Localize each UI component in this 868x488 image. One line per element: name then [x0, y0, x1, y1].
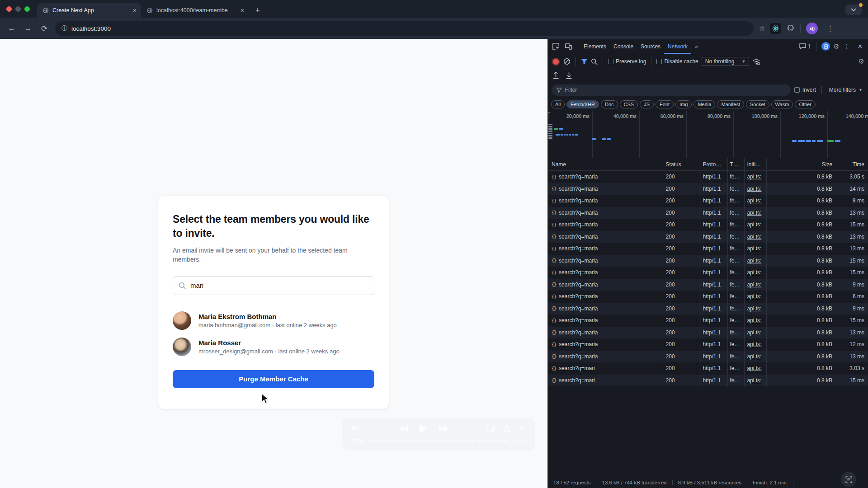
type-chip-img[interactable]: Img — [675, 100, 692, 108]
network-request-row[interactable]: {}search?q=maria200http/1.1fe…api.ts:0.8… — [548, 327, 868, 339]
column-header-proto[interactable]: Proto… — [699, 158, 728, 170]
type-chip-fetch-xhr[interactable]: Fetch/XHR — [566, 100, 599, 108]
devtools-sync-badge-icon[interactable] — [821, 42, 830, 51]
purge-member-cache-button[interactable]: Purge Member Cache — [173, 370, 374, 388]
search-network-icon[interactable] — [591, 58, 598, 65]
network-request-row[interactable]: {}search?q=maria200http/1.1fe…api.ts:0.8… — [548, 314, 868, 327]
browser-tab-inactive[interactable]: localhost:4000/team-membe × — [141, 3, 249, 18]
initiator-link[interactable]: api.ts: — [747, 186, 761, 192]
type-chip-all[interactable]: All — [551, 100, 565, 108]
network-settings-icon[interactable]: ⚙ — [859, 57, 864, 66]
column-header-time[interactable]: Time — [836, 158, 868, 170]
network-request-row[interactable]: {}search?q=mari200http/1.1fe…api.ts:0.8 … — [548, 362, 868, 375]
network-request-row[interactable]: {}search?q=maria200http/1.1fe…api.ts:0.8… — [548, 219, 868, 231]
initiator-link[interactable]: api.ts: — [747, 377, 761, 384]
network-request-row[interactable]: {}search?q=maria200http/1.1fe…api.ts:0.8… — [548, 243, 868, 255]
initiator-link[interactable]: api.ts: — [747, 317, 761, 324]
member-result[interactable]: Maria Ekstrom Bothman maria.bothman@gmai… — [173, 311, 374, 330]
preserve-log-checkbox[interactable] — [608, 59, 613, 64]
initiator-link[interactable]: api.ts: — [747, 305, 761, 312]
initiator-link[interactable]: api.ts: — [747, 341, 761, 347]
export-har-icon[interactable] — [552, 72, 559, 79]
devtools-menu-icon[interactable]: ⋮ — [840, 43, 853, 50]
network-request-row[interactable]: {}search?q=maria200http/1.1fe…api.ts:0.8… — [548, 303, 868, 315]
react-devtools-extension-icon[interactable] — [770, 23, 781, 34]
devtools-close-icon[interactable]: × — [854, 42, 866, 51]
type-chip-js[interactable]: JS — [640, 100, 654, 108]
network-request-row[interactable]: {}search?q=maria200http/1.1fe…api.ts:0.8… — [548, 195, 868, 207]
record-network-log-button[interactable] — [553, 59, 559, 65]
disable-cache-checkbox[interactable] — [656, 59, 662, 64]
more-filters-dropdown[interactable]: More filters ▼ — [827, 87, 864, 93]
profile-avatar[interactable]: s() — [806, 23, 818, 34]
import-har-icon[interactable] — [566, 72, 572, 79]
network-request-row[interactable]: {}search?q=mari200http/1.1fe…api.ts:0.8 … — [548, 375, 868, 387]
type-chip-manifest[interactable]: Manifest — [717, 100, 744, 108]
devtools-tab-elements[interactable]: Elements — [580, 39, 610, 54]
initiator-link[interactable]: api.ts: — [747, 174, 761, 180]
site-info-icon[interactable]: ⓘ — [61, 24, 67, 33]
network-conditions-icon[interactable] — [752, 58, 760, 65]
device-toolbar-icon[interactable] — [562, 41, 574, 52]
network-request-row[interactable]: {}search?q=maria200http/1.1fe…api.ts:0.8… — [548, 279, 868, 291]
network-request-row[interactable]: {}search?q=maria200http/1.1fe…api.ts:0.8… — [548, 255, 868, 267]
inspect-element-icon[interactable] — [550, 41, 561, 52]
initiator-link[interactable]: api.ts: — [747, 197, 761, 204]
zoom-window-button[interactable] — [24, 6, 30, 12]
invert-filter-checkbox[interactable] — [794, 87, 800, 93]
timeline-drag-handle[interactable] — [548, 112, 550, 119]
network-filter-input[interactable] — [565, 87, 786, 93]
tab-close-icon[interactable]: × — [241, 7, 244, 14]
initiator-link[interactable]: api.ts: — [747, 234, 761, 240]
network-request-row[interactable]: {}search?q=maria200http/1.1fe…api.ts:0.8… — [548, 183, 868, 195]
forward-button[interactable]: → — [23, 24, 33, 33]
initiator-link[interactable]: api.ts: — [747, 258, 761, 264]
more-tabs-icon[interactable]: » — [692, 43, 701, 50]
throttling-dropdown[interactable]: No throttling ▼ — [702, 57, 750, 66]
initiator-link[interactable]: api.ts: — [747, 365, 761, 371]
type-chip-doc[interactable]: Doc — [601, 100, 618, 108]
network-overview-timeline[interactable]: 20,000 ms40,000 ms60,000 ms80,000 ms100,… — [548, 111, 868, 158]
initiator-link[interactable]: api.ts: — [747, 353, 761, 360]
address-bar[interactable]: ⓘ localhost:3000 — [55, 21, 754, 36]
initiator-link[interactable]: api.ts: — [747, 221, 761, 228]
initiator-link[interactable]: api.ts: — [747, 210, 761, 216]
initiator-link[interactable]: api.ts: — [747, 245, 761, 252]
network-request-row[interactable]: {}search?q=maria200http/1.1fe…api.ts:0.8… — [548, 291, 868, 303]
devtools-settings-icon[interactable]: ⚙ — [833, 42, 839, 51]
new-tab-button[interactable]: + — [251, 4, 264, 17]
filter-toggle-icon[interactable] — [581, 59, 588, 65]
type-chip-socket[interactable]: Socket — [746, 100, 769, 108]
issues-button[interactable]: 1 — [797, 43, 814, 50]
initiator-link[interactable]: api.ts: — [747, 282, 761, 288]
devtools-tab-network[interactable]: Network — [664, 39, 691, 54]
back-button[interactable]: ← — [6, 24, 17, 33]
column-header-name[interactable]: Name — [548, 158, 662, 170]
column-header-status[interactable]: Status — [662, 158, 699, 170]
initiator-link[interactable]: api.ts: — [747, 269, 761, 276]
clear-network-log-icon[interactable] — [563, 58, 571, 65]
network-request-row[interactable]: {}search?q=maria200http/1.1fe…api.ts:0.8… — [548, 231, 868, 243]
type-chip-css[interactable]: CSS — [620, 100, 638, 108]
network-request-row[interactable]: {}search?q=maria200http/1.1fe…api.ts:0.8… — [548, 338, 868, 351]
member-result[interactable]: Maria Rosser mrosser_design@gmail.com · … — [173, 338, 374, 356]
initiator-link[interactable]: api.ts: — [747, 329, 761, 336]
close-window-button[interactable] — [6, 6, 12, 12]
network-request-row[interactable]: {}search?q=maria200http/1.1fe…api.ts:0.8… — [548, 351, 868, 363]
devtools-tab-console[interactable]: Console — [610, 39, 637, 54]
column-header-init[interactable]: Initi… — [745, 158, 767, 170]
network-filter-field[interactable] — [552, 84, 791, 96]
extensions-puzzle-icon[interactable] — [787, 24, 795, 33]
type-chip-font[interactable]: Font — [656, 100, 674, 108]
reload-button[interactable]: ⟳ — [39, 24, 50, 33]
type-chip-wasm[interactable]: Wasm — [771, 100, 793, 108]
column-header-type[interactable]: T… — [728, 158, 745, 170]
column-header-size[interactable]: Size — [767, 158, 836, 170]
bookmark-star-icon[interactable]: ☆ — [759, 24, 765, 33]
member-search-input[interactable] — [173, 276, 374, 295]
network-request-row[interactable]: {}search?q=maria200http/1.1fe…api.ts:0.8… — [548, 171, 868, 183]
browser-menu-icon[interactable]: ⋮ — [823, 24, 837, 33]
tab-search-button[interactable] — [845, 5, 862, 15]
network-request-row[interactable]: {}search?q=maria200http/1.1fe…api.ts:0.8… — [548, 207, 868, 219]
tab-close-icon[interactable]: × — [133, 7, 137, 14]
